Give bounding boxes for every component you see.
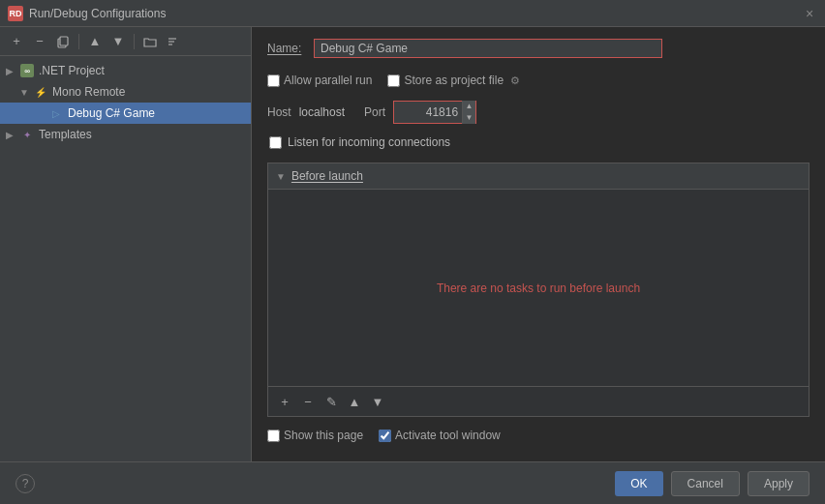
port-label: Port	[364, 105, 385, 119]
name-row: Name:	[267, 39, 810, 58]
show-page-checkbox[interactable]	[267, 430, 280, 442]
before-launch-header: ▼ Before launch	[268, 163, 809, 190]
name-input-wrapper	[314, 39, 662, 58]
left-panel: + − ▲ ▼	[0, 27, 252, 461]
host-value: localhost	[299, 105, 345, 119]
app-icon: RD	[8, 6, 23, 21]
port-section: Port ▲ ▼	[364, 101, 476, 124]
cancel-button[interactable]: Cancel	[671, 471, 740, 496]
folder-icon	[143, 36, 157, 47]
mono-icon: ⚡	[33, 84, 48, 100]
activate-tool-checkbox[interactable]	[379, 430, 391, 442]
no-tasks-text: There are no tasks to run before launch	[437, 282, 640, 295]
ok-button[interactable]: OK	[615, 471, 662, 496]
before-launch-body: There are no tasks to run before launch	[268, 190, 809, 386]
port-input-wrapper: ▲ ▼	[393, 101, 476, 124]
name-label: Name:	[267, 42, 306, 55]
tree-label-mono: Mono Remote	[52, 85, 125, 99]
toolbar-separator-2	[134, 34, 135, 49]
add-config-button[interactable]: +	[6, 31, 27, 52]
port-spinners: ▲ ▼	[462, 101, 475, 124]
move-up-button[interactable]: ▲	[84, 31, 106, 52]
help-button[interactable]: ?	[15, 474, 35, 493]
tree-label-config: Debug C# Game	[68, 106, 155, 120]
before-launch-title: Before launch	[291, 169, 363, 183]
right-panel: Name: Allow parallel run Store as projec…	[252, 27, 825, 461]
move-task-up-button[interactable]: ▲	[344, 391, 365, 412]
tree-item-net-project[interactable]: ▶ ∞ .NET Project	[0, 60, 251, 81]
gear-icon: ⚙	[510, 74, 520, 87]
copy-icon	[56, 35, 70, 48]
store-as-project-checkbox[interactable]	[387, 74, 400, 87]
footer-left: ?	[15, 474, 35, 493]
config-tree: ▶ ∞ .NET Project ▼ ⚡ Mono Remote ▶ ▷	[0, 56, 251, 461]
show-page-label: Show this page	[267, 429, 363, 442]
bottom-checkboxes: Show this page Activate tool window	[267, 429, 810, 442]
options-row: Allow parallel run Store as project file…	[267, 74, 810, 87]
allow-parallel-label: Allow parallel run	[267, 74, 372, 87]
tree-item-mono-remote[interactable]: ▼ ⚡ Mono Remote	[0, 81, 251, 103]
config-icon: ▷	[48, 105, 64, 121]
port-input[interactable]	[394, 105, 462, 119]
add-task-button[interactable]: +	[274, 391, 295, 412]
title-bar: RD Run/Debug Configurations ×	[0, 0, 825, 27]
net-icon: ∞	[19, 63, 35, 78]
host-section: Host localhost	[267, 105, 345, 119]
name-input[interactable]	[321, 42, 656, 55]
before-launch-toolbar: + − ✎ ▲ ▼	[268, 386, 809, 416]
host-label: Host	[267, 105, 291, 119]
before-launch-chevron: ▼	[276, 171, 286, 182]
tree-chevron-templates: ▶	[6, 130, 19, 140]
tree-item-templates[interactable]: ▶ ✦ Templates	[0, 124, 251, 145]
before-launch-section: ▼ Before launch There are no tasks to ru…	[267, 163, 810, 417]
listen-label: Listen for incoming connections	[288, 135, 450, 149]
sort-button[interactable]	[163, 31, 184, 52]
port-decrement-button[interactable]: ▼	[463, 112, 475, 124]
footer: ? OK Cancel Apply	[0, 461, 825, 504]
copy-config-button[interactable]	[52, 31, 74, 52]
toolbar-separator	[78, 34, 79, 49]
move-task-down-button[interactable]: ▼	[367, 391, 388, 412]
apply-button[interactable]: Apply	[748, 471, 810, 496]
svg-rect-1	[60, 37, 68, 45]
tree-label: .NET Project	[39, 64, 105, 77]
edit-task-button[interactable]: ✎	[321, 391, 342, 412]
remove-config-button[interactable]: −	[29, 31, 50, 52]
activate-tool-label: Activate tool window	[379, 429, 501, 442]
sort-icon	[167, 35, 180, 48]
port-increment-button[interactable]: ▲	[463, 101, 475, 112]
left-toolbar: + − ▲ ▼	[0, 27, 251, 56]
tree-chevron-mono: ▼	[19, 87, 33, 98]
main-content: + − ▲ ▼	[0, 27, 825, 461]
store-as-project-label: Store as project file ⚙	[387, 74, 520, 87]
title-bar-text: Run/Debug Configurations	[29, 7, 802, 20]
tree-label-templates: Templates	[39, 128, 92, 141]
listen-row: Listen for incoming connections	[267, 135, 810, 149]
folder-button[interactable]	[139, 31, 161, 52]
move-down-button[interactable]: ▼	[107, 31, 129, 52]
templates-icon: ✦	[19, 127, 35, 142]
remove-task-button[interactable]: −	[297, 391, 319, 412]
close-button[interactable]: ×	[802, 6, 817, 21]
tree-item-debug-config[interactable]: ▶ ▷ Debug C# Game	[0, 103, 251, 124]
allow-parallel-checkbox[interactable]	[267, 74, 280, 87]
host-port-row: Host localhost Port ▲ ▼	[267, 101, 810, 124]
tree-chevron: ▶	[6, 66, 19, 76]
footer-right: OK Cancel Apply	[615, 471, 810, 496]
listen-checkbox[interactable]	[269, 136, 282, 149]
